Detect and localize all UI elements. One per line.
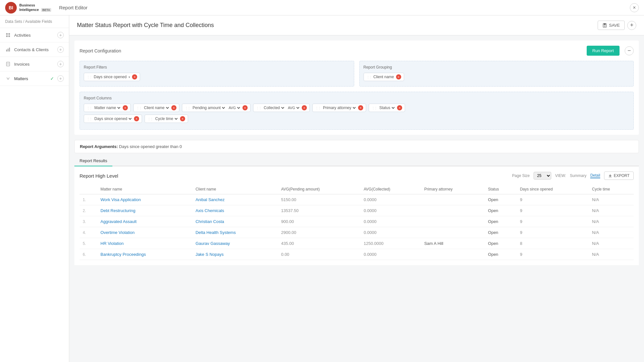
remove-col-cycle[interactable]: × — [180, 116, 185, 121]
col-tag-collected[interactable]: ⋮⋮ Collected AVG × — [253, 104, 310, 112]
svg-rect-11 — [604, 23, 606, 25]
col-select-client[interactable]: Client name — [143, 105, 170, 110]
col-select-days[interactable]: Days since opened — [93, 116, 133, 121]
col-agg-pending[interactable]: AVG — [227, 106, 241, 110]
th-matter: Matter name — [97, 184, 192, 194]
columns-row-1: ⋮⋮ Matter name × ⋮⋮ Client name × ⋮⋮ Pen… — [84, 104, 630, 112]
view-summary-button[interactable]: Summary — [570, 173, 586, 178]
dropdown-arrow-icon[interactable]: ▾ — [128, 75, 130, 79]
cell-avg-pending: 13537.50 — [278, 205, 360, 216]
add-matters-button[interactable]: + — [57, 75, 64, 82]
config-actions: Run Report − — [587, 46, 634, 56]
cell-matter: Debt Restructuring — [97, 205, 192, 216]
report-title: Matter Status Report with Cycle Time and… — [77, 22, 214, 29]
sidebar-item-matters[interactable]: Matters ✓ + — [0, 71, 69, 86]
col-tag-matter-name[interactable]: ⋮⋮ Matter name × — [84, 104, 131, 112]
cell-avg-collected: 0.0000 — [361, 227, 421, 238]
sidebar-item-activities[interactable]: Activities + — [0, 28, 69, 42]
cell-days: 9 — [517, 216, 589, 227]
filter-tag-days[interactable]: ⋮⋮ Days since opened ▾ × — [84, 73, 140, 81]
col-select-collected[interactable]: Collected — [262, 105, 285, 110]
svg-rect-5 — [8, 49, 9, 51]
sidebar-item-contacts[interactable]: Contacts & Clients + — [0, 42, 69, 57]
remove-col-client[interactable]: × — [171, 105, 176, 110]
cell-client: Delta Health Systems — [192, 227, 278, 238]
remove-col-collected[interactable]: × — [302, 105, 307, 110]
run-report-button[interactable]: Run Report — [587, 46, 620, 56]
sidebar-item-invoices[interactable]: Invoices + — [0, 57, 69, 71]
col-select-attorney[interactable]: Primary attorney — [322, 105, 357, 110]
add-report-button[interactable]: + — [627, 21, 636, 30]
view-detail-button[interactable]: Detail — [590, 173, 600, 178]
add-invoices-button[interactable]: + — [57, 61, 64, 67]
cell-days: 9 — [517, 205, 589, 216]
page-size-label: Page Size — [512, 173, 530, 178]
header-actions: SAVE + — [598, 21, 636, 30]
export-button[interactable]: EXPORT — [604, 172, 634, 180]
col-select-matter[interactable]: Matter name — [93, 105, 121, 110]
cell-attorney — [421, 205, 485, 216]
cell-status: Open — [485, 227, 517, 238]
col-tag-days-since[interactable]: ⋮⋮ Days since opened × — [84, 115, 142, 123]
col-tag-status[interactable]: ⋮⋮ Status × — [369, 104, 405, 112]
col-tag-client-name[interactable]: ⋮⋮ Client name × — [133, 104, 179, 112]
page-size-select[interactable]: 25 50 100 — [534, 172, 551, 180]
cell-avg-pending: 900.00 — [278, 216, 360, 227]
th-cycle: Cycle time — [589, 184, 634, 194]
table-row: 4. Overtime Violation Delta Health Syste… — [80, 227, 634, 238]
cell-attorney: Sam A Hill — [421, 238, 485, 249]
remove-grouping-button[interactable]: × — [396, 74, 401, 79]
table-row: 3. Aggravated Assault Christian Costa 90… — [80, 216, 634, 227]
top-bar: BI BusinessIntelligence BETA Report Edit… — [0, 0, 644, 15]
svg-point-12 — [604, 25, 605, 27]
grouping-tag-client[interactable]: ⋮⋮ Client name × — [364, 73, 404, 81]
page-title: Report Editor — [59, 5, 630, 10]
remove-filter-button[interactable]: × — [132, 74, 137, 79]
cell-attorney — [421, 227, 485, 238]
sidebar-header: Data Sets / Available Fields — [0, 15, 69, 28]
svg-rect-0 — [6, 33, 8, 35]
drag-handle: ⋮⋮ — [87, 75, 92, 79]
remove-col-days[interactable]: × — [134, 116, 139, 121]
cell-status: Open — [485, 205, 517, 216]
cell-avg-collected: 1250.0000 — [361, 238, 421, 249]
cell-client: Anibal Sanchez — [192, 194, 278, 205]
close-button[interactable]: × — [630, 3, 639, 12]
cell-num: 5. — [80, 238, 97, 249]
activities-label: Activities — [14, 33, 54, 38]
remove-col-matter[interactable]: × — [123, 105, 128, 110]
cell-avg-pending: 2900.00 — [278, 227, 360, 238]
cell-days: 9 — [517, 194, 589, 205]
col-agg-collected[interactable]: AVG — [287, 106, 300, 110]
logo-name: BusinessIntelligence BETA — [19, 3, 51, 12]
th-days: Days since opened — [517, 184, 589, 194]
collapse-config-button[interactable]: − — [625, 46, 634, 55]
save-button[interactable]: SAVE — [598, 21, 625, 30]
col-select-status[interactable]: Status — [378, 105, 396, 110]
col-tag-cycle-time[interactable]: ⋮⋮ Cycle time × — [145, 115, 188, 123]
remove-col-status[interactable]: × — [397, 105, 402, 110]
tab-report-results[interactable]: Report Results — [74, 156, 112, 166]
cell-cycle: N/A — [589, 194, 634, 205]
col-tag-pending[interactable]: ⋮⋮ Pending amount AVG × — [182, 104, 251, 112]
config-header: Report Configuration Run Report − — [80, 46, 634, 56]
grid-icon — [5, 32, 11, 38]
check-icon: ✓ — [50, 76, 54, 81]
cell-cycle: N/A — [589, 216, 634, 227]
cell-client: Jake S Nopays — [192, 249, 278, 260]
filter-label: Days since opened — [94, 75, 127, 79]
remove-col-pending[interactable]: × — [242, 105, 248, 110]
columns-row-2: ⋮⋮ Days since opened × ⋮⋮ Cycle time × — [84, 115, 630, 123]
add-activities-button[interactable]: + — [57, 32, 64, 38]
col-tag-attorney[interactable]: ⋮⋮ Primary attorney × — [312, 104, 366, 112]
add-contacts-button[interactable]: + — [57, 46, 64, 53]
cell-num: 4. — [80, 227, 97, 238]
cell-status: Open — [485, 194, 517, 205]
cell-cycle: N/A — [589, 238, 634, 249]
results-section-title: Report High Level — [80, 173, 118, 179]
col-select-pending[interactable]: Pending amount — [191, 105, 226, 110]
col-select-cycle[interactable]: Cycle time — [154, 116, 179, 121]
results-tbody: 1. Work Visa Application Anibal Sanchez … — [80, 194, 634, 260]
remove-col-attorney[interactable]: × — [358, 105, 363, 110]
cell-avg-pending: 0.00 — [278, 249, 360, 260]
